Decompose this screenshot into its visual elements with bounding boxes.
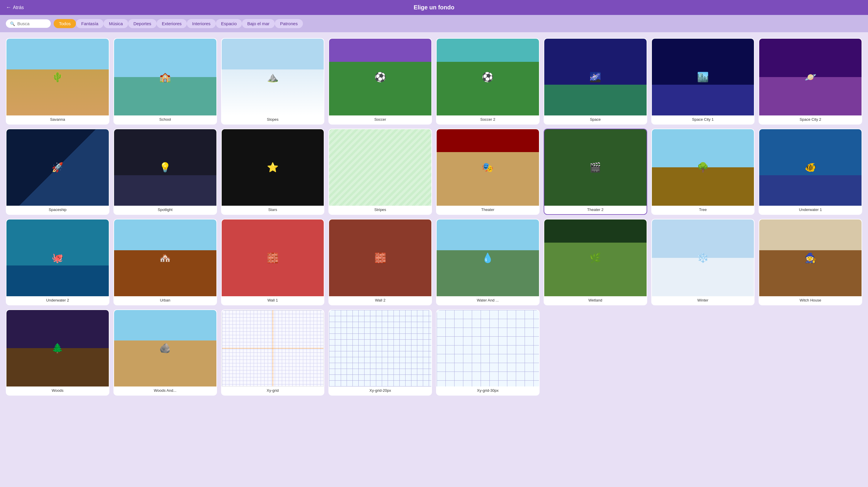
bg-label-slopes: Slopes [222,116,324,124]
bg-item-soccer[interactable]: ⚽Soccer [329,38,432,125]
backgrounds-grid: 🌵Savanna🏫School⛰️Slopes⚽Soccer⚽Soccer 2🌌… [0,32,868,401]
search-icon: 🔍 [10,22,15,26]
bg-label-xygrid: Xy-grid [222,387,324,395]
bg-label-waterand: Water And ... [437,296,539,305]
bg-item-woodsand[interactable]: 🪨Woods And... [114,310,217,396]
bg-label-stripes: Stripes [329,206,431,214]
bg-label-wall2: Wall 2 [329,296,431,305]
filter-fantasia[interactable]: Fantasía [76,19,103,28]
bg-item-xygrid30[interactable]: Xy-grid-30px [436,310,539,396]
bg-label-wall1: Wall 1 [222,296,324,305]
bg-item-underwater1[interactable]: 🐠Underwater 1 [758,129,862,215]
bg-item-xygrid[interactable]: Xy-grid [221,310,324,396]
bg-item-urban[interactable]: 🏘️Urban [114,219,217,305]
bg-item-spaceship[interactable]: 🚀Spaceship [6,129,110,215]
bg-item-wall2[interactable]: 🧱Wall 2 [329,219,432,305]
filter-interiores[interactable]: Interiores [187,19,216,28]
filter-bar: 🔍 TodosFantasíaMúsicaDeportesExterioresI… [0,15,868,32]
bg-item-xygrid20[interactable]: Xy-grid-20px [329,310,432,396]
bg-label-stars: Stars [222,206,324,214]
bg-item-stars[interactable]: ⭐Stars [221,129,324,215]
bg-label-xygrid20: Xy-grid-20px [329,387,431,395]
bg-item-soccer2[interactable]: ⚽Soccer 2 [436,38,539,125]
bg-item-savanna[interactable]: 🌵Savanna [6,38,110,125]
bg-label-savanna: Savanna [6,116,109,124]
filter-bajo-el-mar[interactable]: Bajo el mar [242,19,275,28]
bg-item-spotlight[interactable]: 💡Spotlight [114,129,217,215]
filter-musica[interactable]: Música [103,19,128,28]
bg-label-theater2: Theater 2 [544,206,647,214]
bg-item-tree[interactable]: 🌳Tree [651,129,755,215]
filter-deportes[interactable]: Deportes [128,19,157,28]
bg-label-wetland: Wetland [544,296,647,305]
bg-label-space: Space [544,116,647,124]
filter-todos[interactable]: Todos [54,19,76,28]
bg-item-spacecity2[interactable]: 🪐Space City 2 [758,38,862,125]
back-button[interactable]: ← Atrás [6,4,24,10]
bg-label-tree: Tree [652,206,754,214]
bg-item-theater2[interactable]: 🎬Theater 2 [544,129,647,215]
bg-label-spacecity1: Space City 1 [652,116,754,124]
bg-item-spacecity1[interactable]: 🏙️Space City 1 [651,38,755,125]
filter-patrones[interactable]: Patrones [275,19,303,28]
bg-label-soccer: Soccer [329,116,431,124]
bg-label-spaceship: Spaceship [6,206,109,214]
bg-label-winter: Winter [652,296,754,305]
header: ← Atrás Elige un fondo [0,0,868,15]
bg-item-slopes[interactable]: ⛰️Slopes [221,38,324,125]
back-arrow-icon: ← [6,4,11,10]
bg-item-underwater2[interactable]: 🐙Underwater 2 [6,219,110,305]
bg-label-underwater1: Underwater 1 [759,206,862,214]
bg-item-stripes[interactable]: Stripes [329,129,432,215]
bg-label-witchhouse: Witch House [759,296,862,305]
filter-buttons: TodosFantasíaMúsicaDeportesExterioresInt… [54,19,303,28]
bg-label-woodsand: Woods And... [114,387,216,395]
search-input[interactable] [17,21,46,26]
bg-label-xygrid30: Xy-grid-30px [437,387,539,395]
bg-label-school: School [114,116,216,124]
bg-label-soccer2: Soccer 2 [437,116,539,124]
bg-item-wall1[interactable]: 🧱Wall 1 [221,219,324,305]
bg-label-urban: Urban [114,296,216,305]
bg-item-winter[interactable]: ❄️Winter [651,219,755,305]
filter-espacio[interactable]: Espacio [216,19,242,28]
page-title: Elige un fondo [414,4,455,11]
bg-label-theater: Theater [437,206,539,214]
bg-label-woods: Woods [6,387,109,395]
search-box[interactable]: 🔍 [6,19,51,28]
back-label: Atrás [13,5,24,10]
bg-item-theater[interactable]: 🎭Theater [436,129,539,215]
bg-item-witchhouse[interactable]: 🧙Witch House [758,219,862,305]
bg-label-spotlight: Spotlight [114,206,216,214]
bg-item-school[interactable]: 🏫School [114,38,217,125]
bg-label-spacecity2: Space City 2 [759,116,862,124]
bg-label-underwater2: Underwater 2 [6,296,109,305]
bg-item-woods[interactable]: 🌲Woods [6,310,110,396]
bg-item-waterand[interactable]: 💧Water And ... [436,219,539,305]
bg-item-wetland[interactable]: 🌿Wetland [544,219,647,305]
bg-item-space[interactable]: 🌌Space [544,38,647,125]
filter-exteriores[interactable]: Exteriores [157,19,187,28]
